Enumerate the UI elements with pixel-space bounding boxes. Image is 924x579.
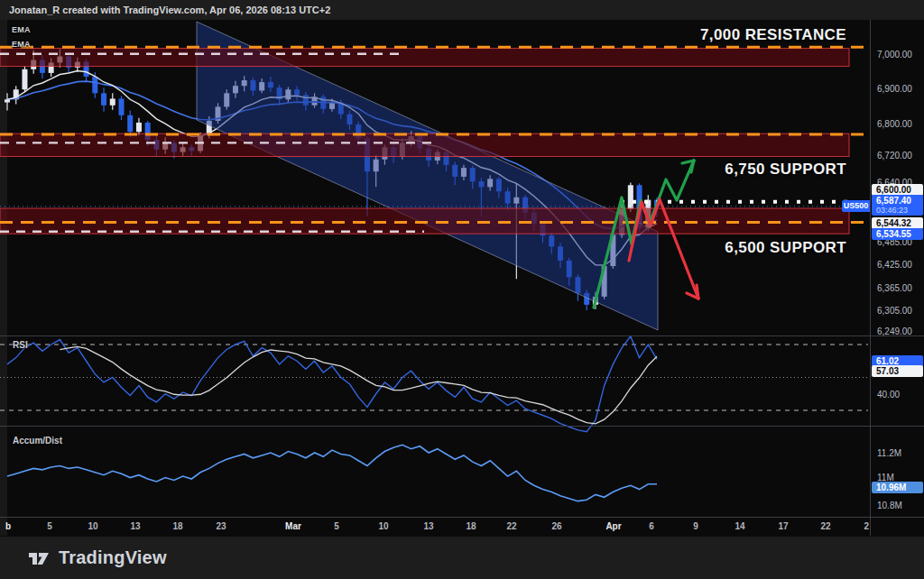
- footer-bar: TradingView: [0, 537, 924, 579]
- time-axis[interactable]: b510131823Mar51013182226Apr6914172227: [0, 518, 869, 536]
- time-tick-label: 10: [378, 518, 388, 536]
- time-tick-label: 26: [551, 518, 561, 536]
- time-tick-label: 17: [778, 518, 788, 536]
- rsi-ma-line: [60, 346, 657, 424]
- tradingview-logo-icon[interactable]: [27, 548, 51, 568]
- time-tick-label: 10: [88, 518, 97, 536]
- time-tick-label: 18: [172, 518, 182, 536]
- accum-dist-line: [7, 445, 657, 501]
- time-tick-label: 13: [130, 518, 140, 536]
- tradingview-brand-text[interactable]: TradingView: [59, 547, 167, 568]
- time-tick-label: b: [5, 518, 11, 536]
- time-tick-label: 5: [334, 518, 339, 536]
- time-tick-label: 22: [506, 518, 516, 536]
- time-tick-label: 13: [423, 518, 433, 536]
- header-title: Jonatan_R created with TradingView.com, …: [9, 5, 330, 15]
- time-tick-label: 22: [820, 518, 830, 536]
- tradingview-snapshot: Jonatan_R created with TradingView.com, …: [0, 0, 924, 579]
- time-tick-label: 6: [649, 518, 654, 536]
- time-tick-label: 18: [466, 518, 476, 536]
- time-tick-label: 14: [735, 518, 744, 536]
- rsi-line: [7, 336, 657, 432]
- zone-support_6750: [0, 133, 849, 156]
- time-tick-label: Mar: [285, 518, 301, 536]
- zone-resistance_7000: [0, 49, 849, 67]
- time-tick-label: 27: [864, 518, 869, 536]
- price-chart-canvas[interactable]: [0, 0, 924, 579]
- descending-channel-drawing: [197, 22, 658, 330]
- time-tick-label: 5: [47, 518, 52, 536]
- time-tick-label: 9: [693, 518, 698, 536]
- time-tick-label: Apr: [605, 518, 621, 536]
- header-bar: Jonatan_R created with TradingView.com, …: [0, 0, 924, 20]
- time-tick-label: 23: [216, 518, 226, 536]
